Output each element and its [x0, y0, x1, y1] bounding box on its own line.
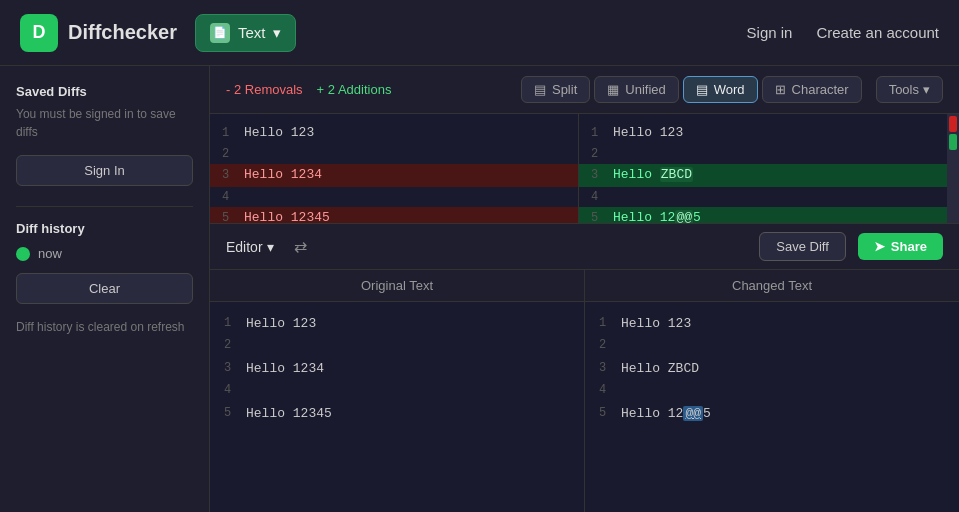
removals-badge: - 2 Removals — [226, 82, 303, 97]
split-label: Split — [552, 82, 577, 97]
diff-line-added: 5 Hello 12@@5 — [579, 207, 947, 223]
word-label: Word — [714, 82, 745, 97]
original-editor-panel: Original Text 1 Hello 123 2 3 Hello 1234 — [210, 270, 585, 512]
view-tabs: ▤ Split ▦ Unified ▤ Word ⊞ Character — [521, 76, 862, 103]
split-icon: ▤ — [534, 82, 546, 97]
editor-line-changed: 5 Hello 12@@5 — [599, 402, 945, 425]
share-arrow-icon: ➤ — [874, 239, 885, 254]
diff-line: 4 — [222, 187, 566, 207]
diff-result: 1 Hello 123 2 3 Hello 1234 4 5 Hello — [210, 114, 959, 224]
scrollbar-mark-red — [949, 116, 957, 132]
diff-line: 4 — [591, 187, 935, 207]
editor-line-changed: 3 Hello ZBCD — [599, 357, 945, 380]
editor-line-changed: 5 Hello 12345 — [224, 402, 570, 425]
diff-line: 1 Hello 123 — [222, 122, 566, 144]
main-layout: Saved Diffs You must be signed in to sav… — [0, 66, 959, 512]
doc-icon: 📄 — [210, 23, 230, 43]
create-account-button[interactable]: Create an account — [816, 24, 939, 41]
sign-in-button[interactable]: Sign in — [747, 24, 793, 41]
editor-bar: Editor ▾ ⇄ Save Diff ➤ Share — [210, 224, 959, 270]
editor-dropdown[interactable]: Editor ▾ — [226, 239, 274, 255]
character-icon: ⊞ — [775, 82, 786, 97]
tools-button[interactable]: Tools ▾ — [876, 76, 943, 103]
word-icon: ▤ — [696, 82, 708, 97]
diff-scrollbar — [947, 114, 959, 223]
editor-panels: Original Text 1 Hello 123 2 3 Hello 1234 — [210, 270, 959, 512]
editor-line: 1 Hello 123 — [224, 312, 570, 335]
tab-word[interactable]: ▤ Word — [683, 76, 758, 103]
character-label: Character — [792, 82, 849, 97]
editor-highlight: @@ — [683, 406, 703, 421]
tab-split[interactable]: ▤ Split — [521, 76, 590, 103]
tools-label: Tools — [889, 82, 919, 97]
diff-history-note: Diff history is cleared on refresh — [16, 318, 193, 336]
diff-toolbar: - 2 Removals + 2 Additions ▤ Split ▦ Uni… — [210, 66, 959, 114]
editor-line-changed: 3 Hello 1234 — [224, 357, 570, 380]
diff-line-added: 3 Hello ZBCD — [579, 164, 947, 186]
logo-area: D Diffchecker — [20, 14, 177, 52]
share-button[interactable]: ➤ Share — [858, 233, 943, 260]
swap-icon: ⇄ — [294, 237, 307, 256]
tab-unified[interactable]: ▦ Unified — [594, 76, 678, 103]
editor-chevron-icon: ▾ — [267, 239, 274, 255]
original-editor-content[interactable]: 1 Hello 123 2 3 Hello 1234 4 — [210, 302, 584, 512]
changed-editor-content[interactable]: 1 Hello 123 2 3 Hello ZBCD 4 — [585, 302, 959, 512]
content-area: - 2 Removals + 2 Additions ▤ Split ▦ Uni… — [210, 66, 959, 512]
text-dropdown[interactable]: 📄 Text ▾ — [195, 14, 297, 52]
editor-line: 2 — [224, 335, 570, 357]
unified-icon: ▦ — [607, 82, 619, 97]
diff-line-removed: 3 Hello 1234 — [210, 164, 578, 186]
original-panel-header: Original Text — [210, 270, 584, 302]
editor-label-text: Editor — [226, 239, 263, 255]
saved-diffs-note: You must be signed in to save diffs — [16, 105, 193, 141]
diff-line: 1 Hello 123 — [591, 122, 935, 144]
header-right: Sign in Create an account — [747, 24, 939, 41]
logo-text: Diffchecker — [68, 21, 177, 44]
share-label: Share — [891, 239, 927, 254]
changed-editor-panel: Changed Text 1 Hello 123 2 3 Hello ZBCD — [585, 270, 959, 512]
chevron-down-icon: ▾ — [273, 24, 281, 42]
changed-panel-header: Changed Text — [585, 270, 959, 302]
clear-button[interactable]: Clear — [16, 273, 193, 304]
sidebar-divider — [16, 206, 193, 207]
text-label: Text — [238, 24, 266, 41]
editor-line: 1 Hello 123 — [599, 312, 945, 335]
diff-line: 2 — [591, 144, 935, 164]
tab-character[interactable]: ⊞ Character — [762, 76, 862, 103]
unified-label: Unified — [625, 82, 665, 97]
scrollbar-mark-green — [949, 134, 957, 150]
diff-history-now-label: now — [38, 246, 62, 261]
diff-history-title: Diff history — [16, 221, 193, 236]
diff-right-panel: 1 Hello 123 2 3 Hello ZBCD 4 5 Hello — [579, 114, 947, 223]
saved-diffs-title: Saved Diffs — [16, 84, 193, 99]
diff-history-item: now — [16, 246, 193, 261]
save-diff-button[interactable]: Save Diff — [759, 232, 846, 261]
editor-line: 2 — [599, 335, 945, 357]
sidebar-sign-in-button[interactable]: Sign In — [16, 155, 193, 186]
editor-line: 4 — [599, 380, 945, 402]
header: D Diffchecker 📄 Text ▾ Sign in Create an… — [0, 0, 959, 66]
diff-left-panel: 1 Hello 123 2 3 Hello 1234 4 5 Hello — [210, 114, 579, 223]
sidebar: Saved Diffs You must be signed in to sav… — [0, 66, 210, 512]
logo-icon: D — [20, 14, 58, 52]
diff-line: 2 — [222, 144, 566, 164]
additions-badge: + 2 Additions — [317, 82, 392, 97]
radio-now[interactable] — [16, 247, 30, 261]
diff-line-removed: 5 Hello 12345 — [210, 207, 578, 223]
tools-chevron-icon: ▾ — [923, 82, 930, 97]
editor-line: 4 — [224, 380, 570, 402]
